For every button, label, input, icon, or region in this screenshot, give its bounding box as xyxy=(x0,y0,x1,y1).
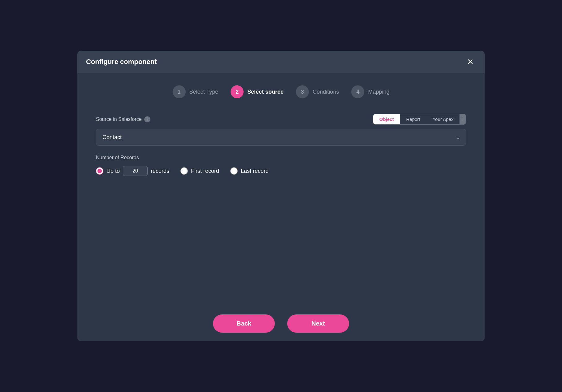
modal-overlay: Configure component ✕ 1 Select Type 2 Se… xyxy=(77,51,485,341)
source-info-icon[interactable]: i xyxy=(144,116,150,122)
step-2: 2 Select source xyxy=(231,85,283,98)
source-section: Source in Salesforce i Object Report You… xyxy=(96,114,466,146)
modal-header: Configure component ✕ xyxy=(77,51,485,73)
next-button[interactable]: Next xyxy=(287,314,349,333)
radio-last-record[interactable]: Last record xyxy=(230,167,269,175)
step-2-label: Select source xyxy=(247,89,283,95)
source-type-buttons: Object Report Your Apex i xyxy=(373,114,466,125)
step-3-circle: 3 xyxy=(296,85,309,98)
source-type-report-button[interactable]: Report xyxy=(400,114,426,124)
source-type-apex-button[interactable]: Your Apex xyxy=(426,114,460,124)
radio-last-label: Last record xyxy=(241,168,269,174)
modal-body: 1 Select Type 2 Select source 3 Conditio… xyxy=(77,73,485,306)
source-in-salesforce-text: Source in Salesforce xyxy=(96,117,142,122)
radio-upto-input[interactable] xyxy=(96,167,103,175)
radio-first-input[interactable] xyxy=(180,167,188,175)
radio-upto[interactable]: Up to records xyxy=(96,166,169,176)
step-2-circle: 2 xyxy=(231,85,244,98)
records-label: Number of Records xyxy=(96,155,466,160)
source-type-object-button[interactable]: Object xyxy=(373,114,400,124)
radio-last-input[interactable] xyxy=(230,167,238,175)
step-1-label: Select Type xyxy=(189,89,218,95)
modal-title: Configure component xyxy=(86,58,157,66)
modal-footer: Back Next xyxy=(77,306,485,341)
radio-first-label: First record xyxy=(191,168,219,174)
step-4-circle: 4 xyxy=(351,85,364,98)
step-3: 3 Conditions xyxy=(296,85,339,98)
object-dropdown[interactable]: Contact Account Lead Opportunity xyxy=(96,129,466,146)
step-3-label: Conditions xyxy=(313,89,339,95)
radio-first-record[interactable]: First record xyxy=(180,167,219,175)
source-type-info-icon[interactable]: i xyxy=(460,114,466,124)
dropdown-container: Contact Account Lead Opportunity ⌄ xyxy=(96,129,466,146)
radio-upto-label: Up to xyxy=(106,168,120,174)
source-label: Source in Salesforce i xyxy=(96,116,150,122)
step-1: 1 Select Type xyxy=(173,85,218,98)
records-suffix: records xyxy=(151,168,169,174)
form-content: Source in Salesforce i Object Report You… xyxy=(96,114,466,293)
radio-group: Up to records First record Last r xyxy=(96,166,466,176)
step-4-label: Mapping xyxy=(368,89,389,95)
source-label-row: Source in Salesforce i Object Report You… xyxy=(96,114,466,125)
back-button[interactable]: Back xyxy=(213,314,275,333)
close-button[interactable]: ✕ xyxy=(465,56,476,67)
configure-component-modal: Configure component ✕ 1 Select Type 2 Se… xyxy=(77,51,485,341)
step-1-circle: 1 xyxy=(173,85,186,98)
stepper: 1 Select Type 2 Select source 3 Conditio… xyxy=(96,85,466,98)
records-count-input[interactable] xyxy=(123,166,148,176)
records-section: Number of Records Up to records Fir xyxy=(96,155,466,176)
step-4: 4 Mapping xyxy=(351,85,389,98)
